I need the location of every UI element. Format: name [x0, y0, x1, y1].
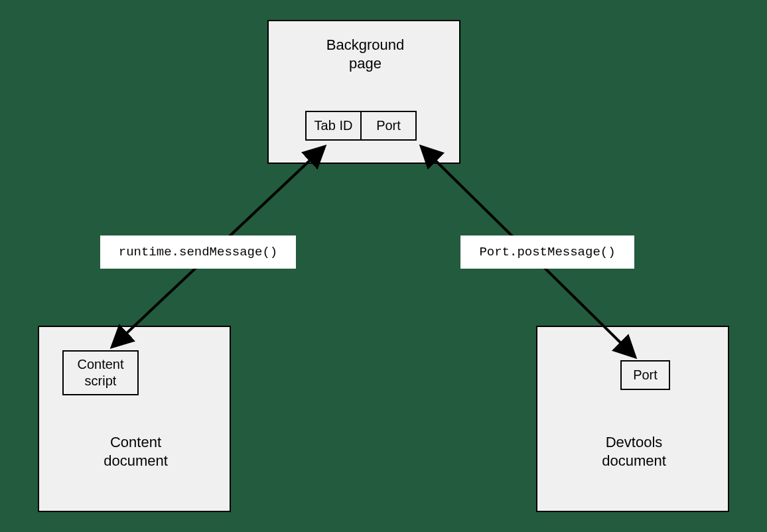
runtime-sendmessage-label: runtime.sendMessage() [100, 235, 296, 269]
tab-id-cell: Tab ID [305, 111, 362, 141]
port-cell: Port [360, 111, 417, 141]
devtools-port-cell: Port [620, 360, 670, 390]
content-document-title: Content document [39, 433, 232, 470]
content-script-cell: Content script [62, 350, 139, 395]
devtools-document-title: Devtools document [537, 433, 731, 470]
background-page-box: Background page Tab ID Port [267, 20, 460, 164]
port-postmessage-label: Port.postMessage() [460, 235, 634, 269]
devtools-document-box: Port Devtools document [536, 326, 729, 512]
background-page-title: Background page [269, 36, 462, 72]
content-document-box: Content script Content document [38, 326, 231, 512]
